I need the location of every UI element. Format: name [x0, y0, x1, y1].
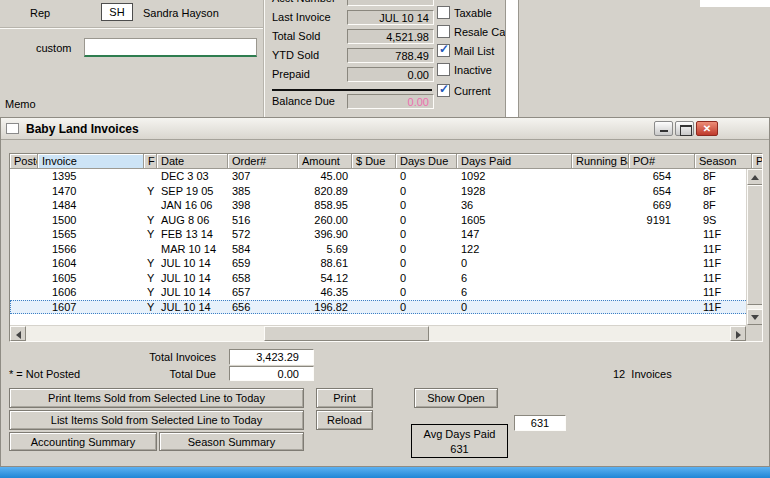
rep-code-field[interactable]	[101, 3, 133, 21]
custom-label: custom	[36, 42, 71, 54]
checkbox-row[interactable]: Taxable	[437, 6, 492, 19]
close-icon[interactable]	[696, 121, 718, 136]
col-header-order[interactable]: Order#	[228, 154, 298, 168]
cell-season: 11F	[695, 256, 746, 271]
table-row[interactable]: 1565 Y FEB 13 14 572 396.90 0 147 11F	[10, 227, 746, 242]
checkbox[interactable]	[437, 84, 450, 97]
list-items-sold-button[interactable]: List Items Sold from Selected Line to To…	[9, 410, 304, 430]
field-row: Total Sold 4,521.98	[272, 29, 436, 45]
horizontal-scrollbar[interactable]	[10, 325, 746, 341]
cell-season: 9S	[695, 213, 746, 228]
col-header-invoice[interactable]: Invoice	[38, 154, 144, 168]
checkbox-row[interactable]: Current	[437, 84, 491, 97]
table-row[interactable]: 1470 Y SEP 19 05 385 820.89 0 1928 654 8…	[10, 184, 746, 199]
cell-posted	[10, 227, 38, 242]
col-header-date[interactable]: Date	[157, 154, 228, 168]
col-header-pic[interactable]: Pic	[752, 154, 763, 168]
cell-order: 307	[228, 169, 298, 184]
col-header-po[interactable]: PO#	[629, 154, 695, 168]
table-row[interactable]: 1605 Y JUL 10 14 658 54.12 0 6 11F	[10, 271, 746, 286]
cell-amount: 820.89	[298, 184, 352, 199]
accounting-summary-button[interactable]: Accounting Summary	[9, 432, 157, 451]
cell-order: 584	[228, 242, 298, 257]
cell-date: JUL 10 14	[157, 271, 228, 286]
cell-days-due: 0	[396, 184, 457, 199]
scroll-down-icon[interactable]	[747, 309, 763, 325]
invoice-table-header: Posted Invoice F Date Order# Amount $ Du…	[10, 154, 763, 169]
field-label: Last Invoice	[272, 11, 331, 23]
checkbox-row[interactable]: Mail List	[437, 44, 494, 57]
checkbox-row[interactable]: Inactive	[437, 63, 492, 76]
avg-days-paid-value: 631	[412, 442, 507, 457]
maximize-icon[interactable]	[675, 121, 694, 136]
customer-form-panel: Rep Sandra Hayson custom Memo Acct Numbe…	[0, 0, 770, 117]
scroll-up-icon[interactable]	[747, 169, 763, 185]
vertical-divider	[263, 0, 265, 117]
cell-days-paid: 1605	[457, 213, 572, 228]
cell-posted	[10, 256, 38, 271]
cell-po: 654	[629, 169, 695, 184]
cell-posted	[10, 184, 38, 199]
col-header-running-bal[interactable]: Running Bal	[572, 154, 629, 168]
cell-due	[352, 227, 396, 242]
vertical-scrollbar[interactable]	[746, 169, 762, 325]
custom-input[interactable]	[84, 38, 257, 57]
col-header-f[interactable]: F	[144, 154, 157, 168]
col-header-amount[interactable]: Amount	[298, 154, 352, 168]
cell-days-due: 0	[396, 285, 457, 300]
col-header-days-paid[interactable]: Days Paid	[457, 154, 572, 168]
col-header-season[interactable]: Season	[695, 154, 752, 168]
cell-f: Y	[144, 285, 157, 300]
checkbox[interactable]	[437, 6, 450, 19]
table-row[interactable]: 1604 Y JUL 10 14 659 88.61 0 0 11F	[10, 256, 746, 271]
scroll-right-icon[interactable]	[730, 326, 746, 341]
horizontal-scrollbar-thumb[interactable]	[264, 326, 429, 341]
cell-po	[629, 285, 695, 300]
col-header-due[interactable]: $ Due	[352, 154, 396, 168]
col-header-posted[interactable]: Posted	[10, 154, 38, 168]
cell-date: SEP 19 05	[157, 184, 228, 199]
table-row[interactable]: 1566 MAR 10 14 584 5.69 0 122 11F	[10, 242, 746, 257]
cell-season: 8F	[695, 184, 746, 199]
checkbox[interactable]	[437, 25, 450, 38]
scroll-left-icon[interactable]	[10, 326, 26, 341]
cell-due	[352, 300, 396, 315]
cell-days-paid: 6	[457, 271, 572, 286]
cell-po	[629, 300, 695, 315]
field-value: JUL 10 14	[347, 10, 434, 25]
reload-button[interactable]: Reload	[316, 410, 373, 430]
cell-date: FEB 13 14	[157, 227, 228, 242]
cell-order: 658	[228, 271, 298, 286]
table-row[interactable]: 1607 Y JUL 10 14 656 196.82 0 0 11F	[10, 300, 746, 315]
cell-season: 11F	[695, 227, 746, 242]
show-open-button[interactable]: Show Open	[414, 388, 498, 408]
cell-po: 654	[629, 184, 695, 199]
minimize-icon[interactable]	[654, 121, 673, 136]
table-row[interactable]: 1484 JAN 16 06 398 858.95 0 36 669 8F	[10, 198, 746, 213]
cell-f: Y	[144, 271, 157, 286]
checkbox-row[interactable]: Resale Card	[437, 25, 515, 38]
vertical-scrollbar-thumb[interactable]	[747, 185, 763, 305]
cell-amount: 46.35	[298, 285, 352, 300]
cell-running-bal	[572, 300, 629, 315]
cell-order: 659	[228, 256, 298, 271]
checkbox[interactable]	[437, 63, 450, 76]
table-row[interactable]: 1500 Y AUG 8 06 516 260.00 0 1605 9191 9…	[10, 213, 746, 228]
table-row[interactable]: 1606 Y JUL 10 14 657 46.35 0 6 11F	[10, 285, 746, 300]
col-header-days-due[interactable]: Days Due	[396, 154, 457, 168]
cell-invoice: 1566	[38, 242, 144, 257]
checkbox[interactable]	[437, 44, 450, 57]
cell-invoice: 1565	[38, 227, 144, 242]
field-label: Balance Due	[272, 95, 335, 107]
cell-order: 516	[228, 213, 298, 228]
cell-days-paid: 147	[457, 227, 572, 242]
cell-invoice: 1604	[38, 256, 144, 271]
cell-date: DEC 3 03	[157, 169, 228, 184]
season-summary-button[interactable]: Season Summary	[159, 432, 304, 451]
print-items-sold-button[interactable]: Print Items Sold from Selected Line to T…	[9, 388, 304, 408]
cell-invoice: 1484	[38, 198, 144, 213]
cell-invoice: 1605	[38, 271, 144, 286]
window-title: Baby Land Invoices	[26, 122, 139, 136]
table-row[interactable]: 1395 DEC 3 03 307 45.00 0 1092 654 8F	[10, 169, 746, 184]
print-button[interactable]: Print	[316, 388, 373, 408]
